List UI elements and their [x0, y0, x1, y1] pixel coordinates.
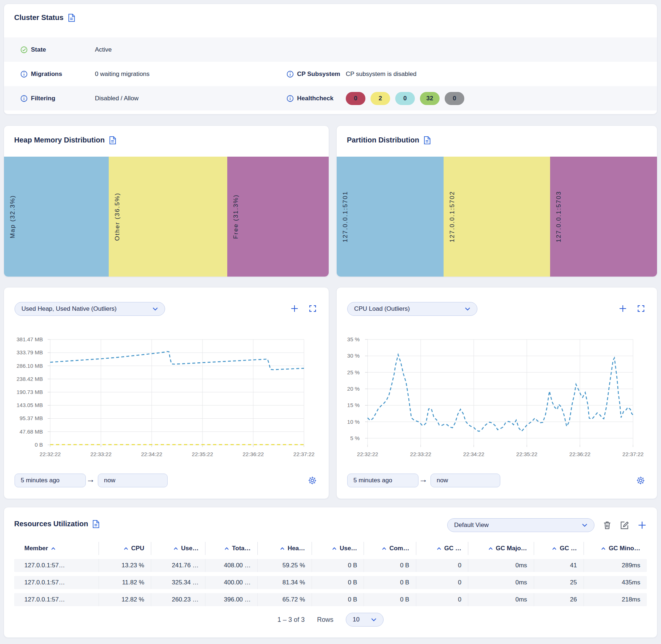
table-column-header[interactable]: GC Mino…	[584, 542, 647, 555]
table-cell: 127.0.0.1:57…	[14, 593, 99, 606]
table-cell: 0 B	[364, 576, 416, 589]
y-tick-label: 0 B	[35, 442, 43, 448]
chart-canvas	[368, 339, 633, 445]
filtering-healthcheck-row: Filtering Disabled / Allow Healthcheck 0…	[4, 86, 657, 110]
table-column-header[interactable]: Hea…	[257, 542, 312, 555]
table-cell: 127.0.0.1:57…	[14, 576, 99, 589]
bar-segment	[227, 157, 329, 277]
table-cell: 59.25 %	[257, 559, 312, 572]
add-chart-button[interactable]	[618, 304, 627, 313]
table-row[interactable]: 127.0.0.1:57…13.23 %241.76 …408.00 …59.2…	[14, 559, 647, 572]
edit-view-button[interactable]	[620, 520, 629, 530]
cpu-load-chart-panel: CPU Load (Outliers) 35 %30 %25 %20 %15 %…	[336, 287, 657, 499]
table-header-row: MemberCPUUse…Tota…Hea…Use…Com…GC …GC Maj…	[14, 542, 647, 555]
bar-segment-label: Other (36.5%)	[114, 193, 121, 241]
state-value: Active	[95, 46, 112, 53]
rows-label: Rows	[317, 616, 333, 624]
table-column-header[interactable]: Member	[14, 542, 99, 555]
x-axis-labels: 22:32:2222:33:2222:34:2222:35:2222:36:22…	[50, 451, 304, 458]
sort-caret-icon	[51, 547, 56, 550]
table-cell: 435ms	[584, 576, 647, 589]
migrations-label: Migrations	[31, 71, 95, 78]
partition-distribution-panel: Partition Distribution 127.0.0.1:5701127…	[336, 125, 657, 277]
fullscreen-button[interactable]	[308, 304, 317, 313]
table-column-header[interactable]: GC …	[416, 542, 468, 555]
table-column-header[interactable]: GC Majo…	[468, 542, 534, 555]
page-size-selector[interactable]: 10	[346, 613, 384, 627]
view-selector[interactable]: Default View	[447, 518, 594, 532]
y-tick-label: 190.73 MB	[16, 389, 43, 395]
docs-icon[interactable]	[68, 14, 75, 22]
add-view-button[interactable]	[637, 520, 647, 530]
docs-icon[interactable]	[109, 136, 116, 144]
x-tick-label: 22:34:22	[463, 451, 484, 457]
table-row[interactable]: 127.0.0.1:57…11.82 %325.34 …400.00 …81.3…	[14, 576, 647, 589]
table-cell: 26	[534, 593, 584, 606]
bar-segment-label: Map (32.3%)	[9, 195, 16, 238]
info-icon[interactable]	[20, 94, 28, 102]
info-icon[interactable]	[286, 94, 294, 102]
info-icon[interactable]	[20, 70, 28, 78]
y-tick-label: 381.47 MB	[16, 336, 43, 342]
time-from-input[interactable]: 5 minutes ago	[347, 474, 418, 487]
y-tick-label: 238.42 MB	[16, 376, 43, 382]
y-tick-label: 10 %	[347, 419, 360, 425]
y-tick-label: 143.05 MB	[16, 402, 43, 408]
y-tick-label: 15 %	[347, 402, 360, 408]
table-column-header[interactable]: Use…	[151, 542, 205, 555]
table-cell: 0 B	[312, 593, 364, 606]
bar-segment-label: 127.0.0.1:5703	[555, 191, 562, 242]
delete-view-button[interactable]	[602, 520, 612, 530]
time-to-input[interactable]: now	[430, 474, 500, 487]
table-cell: 0	[416, 559, 468, 572]
page-size-value: 10	[353, 616, 360, 623]
chevron-down-icon	[465, 307, 470, 311]
heap-memory-distribution-panel: Heap Memory Distribution Map (32.3%)Othe…	[4, 125, 329, 277]
metric-selector[interactable]: Used Heap, Used Native (Outliers)	[15, 302, 165, 316]
chevron-down-icon	[582, 523, 588, 527]
heap-distribution-bar: Map (32.3%)Other (36.5%)Free (31.3%)	[4, 157, 329, 277]
state-row: State Active	[4, 37, 657, 62]
bar-segment	[109, 157, 227, 277]
table-column-header[interactable]: GC …	[534, 542, 584, 555]
table-cell: 41	[534, 559, 584, 572]
bar-segment-label: 127.0.0.1:5702	[449, 191, 456, 242]
sort-caret-icon	[382, 547, 386, 550]
table-pagination: 1 – 3 of 3 Rows 10	[4, 613, 657, 627]
time-from-input[interactable]: 5 minutes ago	[15, 474, 86, 487]
chevron-down-icon	[152, 307, 158, 311]
x-tick-label: 22:32:22	[357, 451, 378, 457]
y-tick-label: 30 %	[347, 353, 360, 359]
series-used-heap	[50, 351, 304, 370]
x-tick-label: 22:37:22	[622, 451, 644, 457]
info-icon[interactable]	[286, 70, 294, 78]
table-cell: 218ms	[584, 593, 647, 606]
table-cell: 0	[416, 576, 468, 589]
gear-icon[interactable]	[308, 476, 317, 485]
sort-caret-icon	[332, 547, 337, 550]
x-tick-label: 22:32:22	[40, 451, 61, 457]
x-tick-label: 22:36:22	[569, 451, 590, 457]
chart-plot	[50, 339, 304, 445]
time-to-input[interactable]: now	[98, 474, 168, 487]
healthcheck-badge: 0	[395, 92, 415, 105]
table-column-header[interactable]: Use…	[312, 542, 364, 555]
y-axis-labels: 381.47 MB333.79 MB286.10 MB238.42 MB190.…	[4, 339, 47, 445]
cluster-status-panel: Cluster Status State Active Migrations 0…	[4, 4, 657, 114]
bar-segment	[550, 157, 657, 277]
healthcheck-badge: 0	[346, 92, 365, 105]
table-column-header[interactable]: CPU	[99, 542, 151, 555]
fullscreen-button[interactable]	[637, 304, 645, 313]
x-tick-label: 22:37:22	[293, 451, 315, 457]
table-row[interactable]: 127.0.0.1:57…12.82 %260.23 …396.00 …65.7…	[14, 593, 647, 606]
table-column-header[interactable]: Com…	[364, 542, 416, 555]
sort-caret-icon	[488, 547, 493, 550]
table-column-header[interactable]: Tota…	[205, 542, 257, 555]
bar-segment	[337, 157, 444, 277]
gear-icon[interactable]	[636, 476, 645, 485]
docs-icon[interactable]	[424, 136, 430, 144]
add-chart-button[interactable]	[290, 304, 299, 313]
metric-selector[interactable]: CPU Load (Outliers)	[347, 302, 477, 316]
docs-icon[interactable]	[92, 520, 99, 528]
table-cell: 13.23 %	[99, 559, 151, 572]
